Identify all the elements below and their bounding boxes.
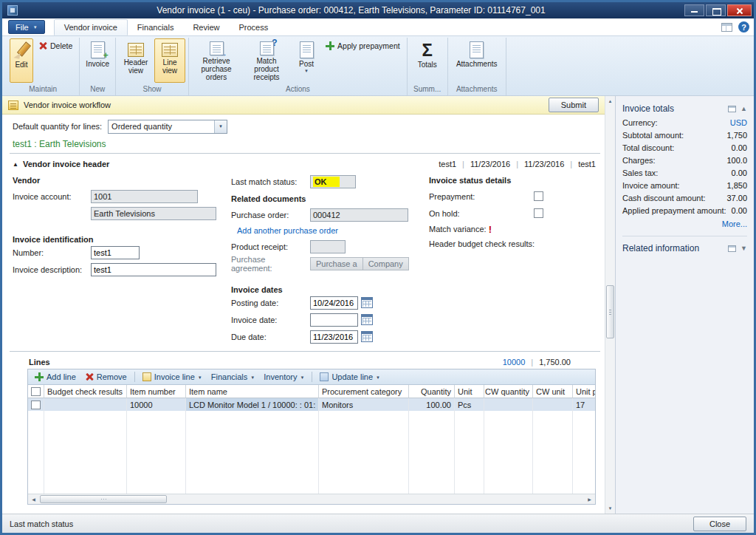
posting-date-label: Posting date:: [231, 299, 310, 307]
apply-prepayment-button[interactable]: Apply prepayment: [322, 38, 404, 53]
edit-button[interactable]: Edit: [10, 38, 33, 83]
table-row[interactable]: 10000 LCD Monitor Model 1 / 10000: : 01:…: [28, 398, 595, 411]
invoice-description-input[interactable]: [91, 263, 216, 276]
invoice-line-menu[interactable]: Invoice line ▼: [139, 370, 206, 384]
invoice-button[interactable]: + Invoice: [83, 38, 112, 83]
select-all-checkbox[interactable]: [31, 387, 41, 396]
prepayment-label: Prepayment:: [429, 192, 534, 201]
header-view-button[interactable]: Header view: [119, 38, 153, 83]
list-item: Applied prepayment amount: 0.00: [622, 204, 747, 217]
tab-review[interactable]: Review: [183, 19, 229, 35]
post-button[interactable]: Post ▼: [292, 38, 320, 83]
purchase-agreement-button[interactable]: Purchase a: [310, 257, 363, 270]
add-line-button[interactable]: Add line: [31, 370, 80, 384]
posting-date-input[interactable]: [310, 296, 358, 310]
more-link[interactable]: More...: [622, 219, 747, 228]
group-label-actions: Actions: [192, 84, 404, 95]
scroll-right-icon[interactable]: ▶: [584, 494, 595, 504]
due-date-input[interactable]: [310, 330, 358, 344]
calendar-icon[interactable]: [361, 331, 373, 342]
col-unit-price[interactable]: Unit p: [573, 385, 595, 398]
vendor-name-field[interactable]: Earth Televisions: [91, 207, 216, 220]
invoice-number-input[interactable]: [91, 246, 140, 259]
group-label-attachments: Attachments: [451, 84, 503, 95]
invoice-date-input[interactable]: [310, 313, 358, 327]
col-procurement-category[interactable]: Procurement category: [319, 385, 409, 398]
chevron-down-icon[interactable]: ▼: [740, 245, 747, 252]
attachments-button[interactable]: Attachments: [451, 38, 503, 83]
layout-icon[interactable]: [721, 23, 732, 32]
horizontal-scroll-thumb[interactable]: [40, 495, 167, 503]
retrieve-purchase-orders-button[interactable]: → Retrieve purchase orders: [192, 38, 241, 83]
file-menu-button[interactable]: File ▼: [8, 20, 45, 34]
calendar-icon[interactable]: [361, 297, 373, 308]
close-form-button[interactable]: Close: [693, 517, 746, 531]
minimize-button[interactable]: [684, 4, 704, 16]
invoice-identification-title: Invoice identification: [13, 229, 231, 244]
scroll-down-icon[interactable]: ▼: [605, 503, 615, 514]
chevron-up-icon[interactable]: ▲: [740, 106, 747, 112]
invoice-account-label: Invoice account:: [13, 192, 91, 201]
purchase-order-field[interactable]: 000412: [310, 208, 408, 222]
close-button[interactable]: [727, 4, 752, 16]
calendar-icon[interactable]: [361, 314, 373, 325]
scroll-left-icon[interactable]: ◀: [28, 494, 39, 504]
tab-vendor-invoice[interactable]: Vendor invoice: [54, 19, 128, 35]
prepayment-checkbox[interactable]: [534, 191, 543, 201]
tab-process[interactable]: Process: [229, 19, 278, 35]
maximize-button[interactable]: [706, 4, 726, 16]
inventory-menu[interactable]: Inventory ▼: [260, 370, 308, 384]
invoice-account-field[interactable]: 1001: [91, 190, 198, 203]
pencil-icon: [13, 41, 30, 59]
match-variance-warning-icon: !: [489, 224, 492, 235]
row-checkbox[interactable]: [31, 401, 41, 409]
product-receipt-field[interactable]: [310, 240, 346, 253]
col-budget-check-results[interactable]: Budget check results: [44, 385, 127, 398]
post-dropdown-icon: ▼: [304, 69, 309, 73]
line-view-icon: [162, 43, 178, 57]
vertical-scrollbar[interactable]: ▲ ▼: [605, 96, 615, 514]
invoice-totals-header[interactable]: Invoice totals ▲: [622, 101, 747, 116]
financials-menu[interactable]: Financials ▼: [207, 370, 258, 384]
lines-title: Lines: [29, 358, 50, 367]
remove-line-button[interactable]: Remove: [81, 370, 131, 384]
ribbon-group-actions: → Retrieve purchase orders ? Match produ…: [189, 38, 408, 95]
purchase-agreement-company-button[interactable]: Company: [363, 257, 409, 270]
on-hold-checkbox[interactable]: [534, 208, 543, 218]
delete-button[interactable]: Delete: [35, 38, 76, 53]
col-cw-quantity[interactable]: CW quantity: [484, 385, 533, 398]
update-line-menu[interactable]: Update line ▼: [316, 370, 384, 384]
chevron-down-icon: ▼: [198, 375, 202, 380]
col-unit[interactable]: Unit: [455, 385, 484, 398]
cell-cw-quantity: [484, 398, 533, 411]
app-window: Vendor invoice (1 - ceu) - Purchase orde…: [0, 0, 756, 535]
related-information-header[interactable]: Related information ▼: [622, 241, 747, 256]
help-icon[interactable]: ?: [738, 21, 749, 33]
totals-button[interactable]: Σ Totals: [410, 38, 444, 83]
line-view-button[interactable]: Line view: [154, 38, 185, 83]
purchase-agreement-label: Purchase agreement:: [231, 255, 310, 273]
col-quantity[interactable]: Quantity: [409, 385, 455, 398]
scroll-up-icon[interactable]: ▲: [605, 96, 615, 106]
submit-button[interactable]: Submit: [549, 98, 599, 112]
tab-financials[interactable]: Financials: [128, 19, 184, 35]
col-cw-unit[interactable]: CW unit: [533, 385, 573, 398]
cell-procurement-category: Monitors: [319, 398, 409, 411]
ribbon-group-summarize: Σ Totals Summ...: [408, 38, 448, 95]
col-item-name[interactable]: Item name: [186, 385, 319, 398]
record-title: test1 : Earth Televisions: [13, 137, 602, 151]
default-quantity-select[interactable]: Ordered quantity ▼: [108, 120, 227, 134]
currency-value[interactable]: USD: [730, 118, 747, 127]
add-purchase-order-link[interactable]: Add another purchase order: [237, 226, 338, 235]
match-product-receipts-button[interactable]: ? Match product receipts: [242, 38, 291, 83]
col-item-number[interactable]: Item number: [127, 385, 186, 398]
vendor-invoice-header-section[interactable]: ▲ Vendor invoice header test111/23/20161…: [10, 160, 602, 168]
vertical-scroll-thumb[interactable]: [606, 285, 614, 338]
list-item: Cash discount amount: 37.00: [622, 191, 747, 204]
group-label-maintain: Maintain: [10, 84, 76, 95]
pane-icon[interactable]: [728, 106, 736, 112]
lines-count[interactable]: 10000: [503, 358, 526, 367]
grid-header-row: Budget check results Item number Item na…: [28, 385, 595, 398]
pane-icon[interactable]: [728, 245, 736, 252]
horizontal-scrollbar[interactable]: ◀ ▶: [28, 494, 595, 504]
